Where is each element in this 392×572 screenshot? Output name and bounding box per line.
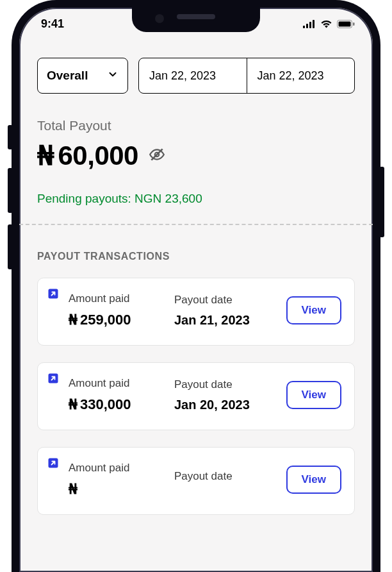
transaction-card: Amount paid ₦ 330,000 Payout date Jan 20…	[37, 362, 355, 430]
transaction-amount-value: 330,000	[80, 396, 131, 413]
date-to[interactable]: Jan 22, 2023	[247, 58, 355, 93]
date-range-picker[interactable]: Jan 22, 2023 Jan 22, 2023	[138, 58, 355, 94]
wifi-icon	[320, 20, 332, 28]
transaction-date: Jan 20, 2023	[174, 398, 275, 412]
pending-payouts-text: Pending payouts: NGN 23,600	[37, 192, 355, 206]
cellular-icon	[303, 20, 316, 28]
date-to-value: Jan 22, 2023	[257, 69, 324, 83]
phone-notch	[132, 8, 260, 32]
naira-symbol: ₦	[37, 140, 54, 171]
status-time: 9:41	[41, 17, 64, 31]
view-button[interactable]: View	[286, 296, 341, 324]
transaction-amount: ₦ 330,000	[69, 396, 163, 413]
chevron-down-icon	[107, 69, 118, 83]
filter-select-label: Overall	[47, 69, 88, 83]
svg-rect-1	[306, 24, 308, 28]
transaction-card: Amount paid ₦ Payout date View	[37, 447, 355, 515]
transaction-amount: ₦ 259,000	[69, 312, 163, 328]
svg-rect-6	[353, 22, 355, 26]
view-button[interactable]: View	[286, 381, 341, 409]
view-button[interactable]: View	[286, 466, 341, 494]
amount-paid-label: Amount paid	[69, 292, 163, 305]
external-link-icon	[47, 457, 60, 472]
external-link-icon	[47, 287, 60, 303]
naira-symbol: ₦	[69, 481, 78, 498]
transaction-date: Jan 21, 2023	[174, 313, 275, 328]
svg-rect-0	[303, 26, 305, 28]
filters-row: Overall Jan 22, 2023 Jan 22, 2023	[37, 58, 355, 94]
transaction-card: Amount paid ₦ 259,000 Payout date Jan 21…	[37, 278, 355, 346]
payout-date-label: Payout date	[174, 470, 275, 483]
naira-symbol: ₦	[69, 312, 78, 328]
transaction-amount: ₦	[69, 481, 163, 498]
payout-date-label: Payout date	[174, 294, 275, 307]
svg-rect-2	[309, 22, 311, 28]
svg-rect-3	[313, 20, 314, 28]
amount-paid-label: Amount paid	[69, 377, 163, 390]
payout-date-label: Payout date	[174, 378, 275, 391]
transactions-section-title: PAYOUT TRANSACTIONS	[37, 251, 355, 262]
filter-select-overall[interactable]: Overall	[37, 58, 128, 94]
date-from[interactable]: Jan 22, 2023	[139, 58, 247, 93]
total-payout-label: Total Payout	[37, 118, 355, 133]
battery-icon	[337, 20, 355, 28]
transaction-amount-value: 259,000	[80, 312, 131, 328]
section-divider	[19, 224, 373, 225]
external-link-icon	[47, 372, 60, 387]
visibility-toggle-icon[interactable]	[149, 146, 165, 165]
total-payout-value: 60,000	[58, 140, 138, 171]
total-payout-amount: ₦ 60,000	[37, 140, 138, 171]
date-from-value: Jan 22, 2023	[149, 69, 216, 83]
svg-rect-5	[339, 21, 351, 26]
naira-symbol: ₦	[69, 396, 78, 413]
amount-paid-label: Amount paid	[69, 462, 163, 475]
